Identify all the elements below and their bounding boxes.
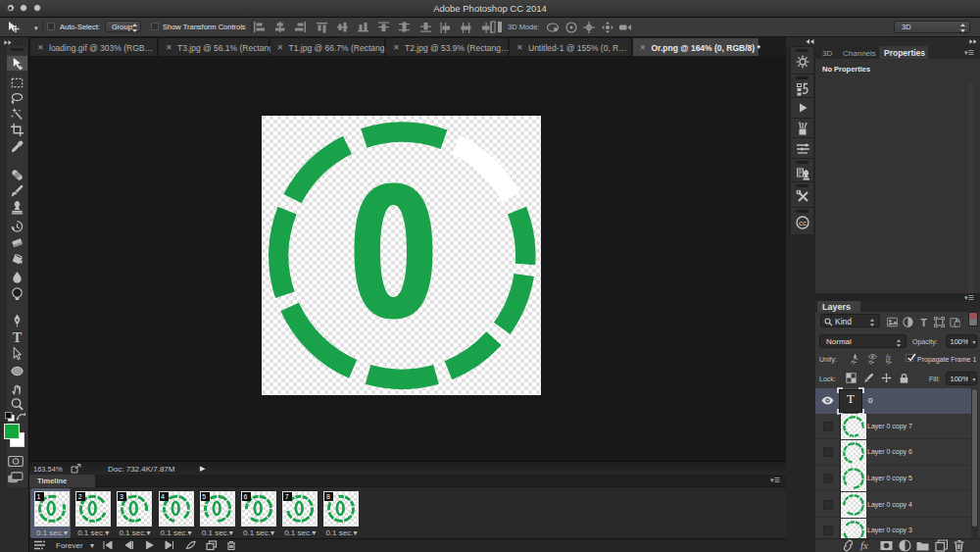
svg-text:T: T [13,329,23,344]
svg-text:T: T [920,317,927,327]
svg-text:fx: fx [860,539,868,551]
svg-text:cc: cc [799,219,807,227]
